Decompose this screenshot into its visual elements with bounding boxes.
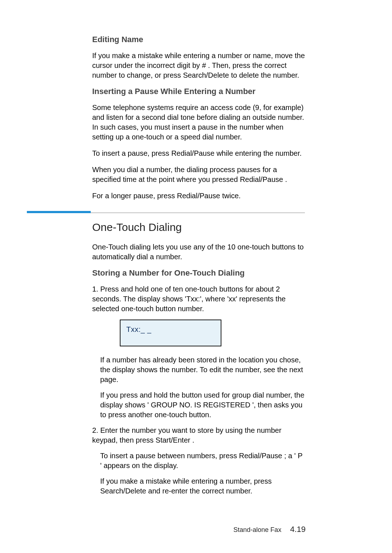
step-2: 2. Enter the number you want to store by…: [92, 426, 305, 445]
step-1-note-a: If a number has already been stored in t…: [92, 355, 305, 385]
step-2-note-a: To insert a pause between numbers, press…: [92, 451, 305, 471]
text: to delete the number.: [231, 71, 299, 79]
heading-editing-name: Editing Name: [92, 35, 305, 44]
key-search-delete: Search/Delete: [183, 71, 229, 79]
page: Editing Name If you make a mistake while…: [0, 0, 392, 553]
text: To insert a pause, press: [92, 149, 171, 157]
text: If you make a mistake while entering a n…: [100, 477, 271, 485]
divider-accent: [27, 211, 91, 213]
para-pause-press: To insert a pause, press Redial/Pause wh…: [92, 149, 305, 158]
lcd-display: Txx:_ _: [120, 320, 221, 346]
key-start-enter: Start/Enter: [156, 436, 191, 444]
key-search-delete: Search/Delete: [100, 487, 146, 495]
key-redial-pause: Redial/Pause: [239, 452, 282, 460]
para-pause-dial: When you dial a number, the dialing proc…: [92, 165, 305, 184]
lcd-text: Txx:_ _: [126, 325, 215, 334]
key-redial-pause: Redial/Pause: [240, 175, 283, 183]
text: For a longer pause, press: [92, 192, 177, 200]
text: and re-enter the correct number.: [148, 487, 252, 495]
footer-label: Stand-alone Fax: [233, 526, 281, 533]
text: .: [285, 175, 287, 183]
step-1-note-b: If you press and hold the button used fo…: [92, 390, 305, 420]
heading-inserting-pause: Inserting a Pause While Entering a Numbe…: [92, 87, 305, 96]
page-number: 4.19: [290, 525, 306, 534]
text: while entering the number.: [216, 149, 302, 157]
key-hash: #: [202, 61, 206, 69]
section-divider: [27, 211, 305, 213]
step-1: 1. Press and hold one of ten one-touch b…: [92, 284, 305, 314]
key-redial-pause: Redial/Pause: [171, 149, 215, 157]
para-pause-intro: Some telephone systems require an access…: [92, 103, 305, 142]
heading-one-touch-dialing: One-Touch Dialing: [92, 221, 305, 233]
display-char: P: [298, 452, 302, 460]
para-editing-name: If you make a mistake while entering a n…: [92, 51, 305, 80]
text: To insert a pause between numbers, press: [100, 452, 239, 460]
page-footer: Stand-alone Fax 4.19: [233, 525, 306, 534]
para-pause-longer: For a longer pause, press Redial/Pause t…: [92, 191, 305, 201]
step-2-note-b: If you make a mistake while entering a n…: [92, 476, 305, 496]
display-message: GROUP NO. IS REGISTERED: [151, 401, 250, 409]
text: ' appears on the display.: [100, 461, 178, 469]
text: twice.: [222, 192, 241, 200]
key-redial-pause: Redial/Pause: [177, 192, 220, 200]
text: ; a ': [284, 452, 296, 460]
para-one-touch-intro: One-Touch dialing lets you use any of th…: [92, 242, 305, 262]
heading-storing-number: Storing a Number for One-Touch Dialing: [92, 268, 305, 278]
text: .: [192, 436, 195, 444]
